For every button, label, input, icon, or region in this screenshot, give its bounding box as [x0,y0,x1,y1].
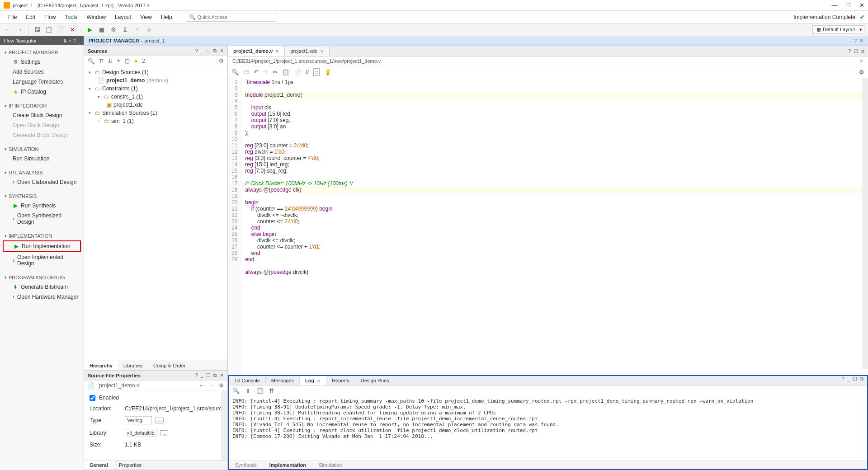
maximize-icon[interactable]: ☐ [206,372,211,378]
maximize-icon[interactable]: ☐ [853,376,857,385]
paste-icon[interactable]: 📄 [57,26,65,34]
nav-heading-ipint[interactable]: ▾IP INTEGRATOR [0,100,84,110]
help-icon[interactable]: ? [854,38,857,44]
nav-open-elab[interactable]: ›Open Elaborated Design [0,177,84,187]
cancel2-icon[interactable]: ✕ [133,26,141,34]
minimize-icon[interactable]: _ [201,372,203,378]
tree-design-sources[interactable]: ▾🗀Design Sources (1) [87,68,225,76]
collapse-icon[interactable]: ⇅ [63,38,67,43]
editor-tab-xdc[interactable]: project1.xdc✕ [285,46,329,56]
menu-flow[interactable]: Flow [40,12,60,22]
copy-icon[interactable]: 📋 [45,26,53,34]
tab-libraries[interactable]: Libraries [118,361,148,370]
collapse-icon[interactable]: ⇈ [99,58,104,64]
menu-file[interactable]: File [4,12,21,22]
back-icon[interactable]: ← [4,26,12,34]
nav-heading-rtl[interactable]: ▾RTL ANALYSIS [0,167,84,177]
save-icon[interactable]: 🖫 [243,69,249,75]
menu-help[interactable]: Help [156,12,177,22]
cut-icon[interactable]: ✂ [273,69,278,75]
search-icon[interactable]: 🔍 [232,387,240,394]
minimize-icon[interactable]: _ [201,48,203,54]
close-icon[interactable]: ✕ [220,48,224,54]
tree-project1-demo[interactable]: 📄project1_demo (demo.v) [87,76,225,85]
restore-icon[interactable]: ⧉ [213,48,217,54]
search-icon[interactable]: 🔍 [88,58,94,64]
nav-heading-pm[interactable]: ▾PROJECT MANAGER [0,47,84,57]
redo-icon[interactable]: ↷ [263,69,268,75]
nav-ip-catalog[interactable]: ◈IP Catalog [0,87,84,97]
menu-layout[interactable]: Layout [110,12,136,22]
undo-icon[interactable]: ↶ [254,69,259,75]
tree-constraints[interactable]: ▾🗀Constraints (1) [87,85,225,93]
nav-add-sources[interactable]: Add Sources [0,67,84,77]
nav-run-synth[interactable]: ▶Run Synthesis [0,201,84,211]
nav-settings[interactable]: ⚙Settings [0,57,84,67]
file-icon[interactable]: ▢ [125,58,130,64]
format-icon[interactable]: ≡ [313,68,320,76]
nav-heading-impl[interactable]: ▾IMPLEMENTATION [0,230,84,240]
tree-xdc-file[interactable]: ▣project1.xdc [87,101,225,109]
close-icon[interactable]: ✕ [220,372,224,378]
library-value[interactable]: xil_defaultlib [125,429,156,437]
close-button[interactable]: ✕ [859,3,864,8]
add-icon[interactable]: + [117,58,120,64]
library-more-button[interactable]: ... [160,430,168,436]
sigma-icon[interactable]: Σ [121,26,129,34]
tab-general[interactable]: General [84,461,113,470]
quick-access[interactable]: 🔍 [186,13,276,22]
quick-access-input[interactable] [198,14,273,20]
nav-create-bd[interactable]: Create Block Design [0,110,84,120]
help-icon[interactable]: ? [195,372,198,378]
minimize-icon[interactable]: _ [847,376,850,385]
pause-icon[interactable]: ⏸ [245,387,251,394]
close-icon[interactable]: ✕ [859,38,863,44]
comment-icon[interactable]: // [306,69,309,75]
forward-icon[interactable]: → [209,382,214,389]
nav-open-bd[interactable]: Open Block Design [0,120,84,130]
maximize-icon[interactable]: ☐ [854,48,858,54]
menu-tools[interactable]: Tools [60,12,82,22]
nav-heading-sim[interactable]: ▾SIMULATION [0,144,84,154]
enabled-checkbox[interactable] [90,395,95,401]
close-icon[interactable]: ✕ [859,58,863,64]
type-more-button[interactable]: ... [156,418,164,423]
cancel-icon[interactable]: ✕ [68,26,76,34]
nav-gen-bd[interactable]: Generate Block Design [0,130,84,140]
copy-icon[interactable]: 📋 [256,387,264,394]
help-icon[interactable]: ? [195,48,198,54]
nav-run-sim[interactable]: Run Simulation [0,154,84,164]
menu-edit[interactable]: Edit [21,12,40,22]
code-content[interactable]: `timescale 1ns / 1ps module project1_dem… [241,78,868,375]
tab-messages[interactable]: Messages [266,376,300,385]
nav-lang-templates[interactable]: Language Templates [0,77,84,87]
tab-properties[interactable]: Properties [113,461,147,470]
bulb-icon[interactable]: 💡 [324,69,331,75]
nav-open-hw[interactable]: ›Open Hardware Manager [0,292,84,302]
tree-sim-1[interactable]: ›🗀sim_1 (1) [87,117,225,125]
gear-icon[interactable]: ⚙ [219,58,224,64]
type-value[interactable]: Verilog [125,416,152,424]
run-icon[interactable]: ▶ [86,26,94,34]
nav-heading-prog[interactable]: ▾PROGRAM AND DEBUG [0,272,84,282]
tab-reports[interactable]: Reports [326,376,355,385]
copy-icon[interactable]: 📋 [282,69,289,75]
debug-icon[interactable]: ◉ [145,26,153,34]
gear-icon[interactable]: ⚙ [109,26,118,34]
help-icon[interactable]: ? [842,376,844,385]
pin-icon[interactable]: ≡ [69,38,71,43]
minimize-panel-icon[interactable]: _ [77,38,80,43]
gear-icon[interactable]: ⚙ [219,382,224,389]
scrollbar[interactable] [862,78,868,369]
tab-design-runs[interactable]: Design Runs [355,376,395,385]
tab-log[interactable]: Log✕ [300,376,326,385]
code-editor[interactable]: 1234567891011121314151617181920212223242… [228,78,868,375]
maximize-button[interactable]: ☐ [845,3,851,8]
menu-window[interactable]: Window [82,12,110,22]
tab-tcl[interactable]: Tcl Console [229,376,266,385]
layout-dropdown[interactable]: ▦Default Layout [812,25,864,34]
nav-open-synth[interactable]: ›Open Synthesized Design [0,211,84,227]
save-icon[interactable]: 🖫 [33,26,41,34]
close-icon[interactable]: ✕ [320,49,324,54]
restore-icon[interactable]: ⧉ [861,48,864,54]
